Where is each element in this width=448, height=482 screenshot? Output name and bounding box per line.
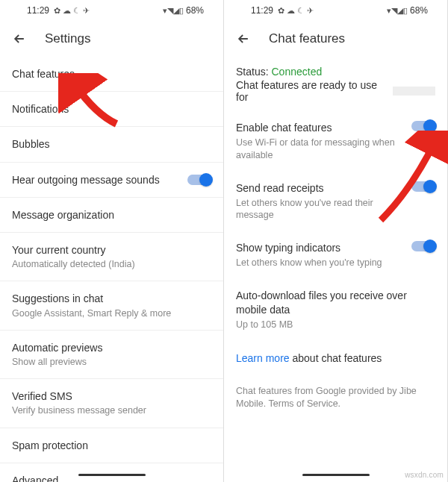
appbar: Settings bbox=[0, 21, 223, 57]
row-automatic-previews[interactable]: Automatic previewsShow all previews bbox=[0, 331, 223, 379]
footer-note: Chat features from Google provided by Ji… bbox=[224, 375, 447, 422]
row-title: Enable chat features bbox=[236, 121, 401, 135]
toggle-typing-indicators[interactable] bbox=[411, 241, 435, 251]
row-sub: Let others know you've read their messag… bbox=[236, 197, 401, 222]
status-battery: 68% bbox=[186, 5, 204, 16]
row-sub: Use Wi-Fi or data for messaging when ava… bbox=[236, 137, 401, 162]
row-title: Chat features bbox=[12, 67, 211, 81]
row-sub: Google Assistant, Smart Reply & more bbox=[12, 307, 211, 319]
row-title: Message organization bbox=[12, 208, 211, 222]
settings-list: Chat features Notifications Bubbles Hear… bbox=[0, 57, 223, 482]
row-title: Notifications bbox=[12, 102, 211, 116]
appbar: Chat features bbox=[224, 21, 447, 57]
row-spam-protection[interactable]: Spam protection bbox=[0, 428, 223, 463]
redacted-phone-number bbox=[393, 87, 435, 96]
status-ready-text: Chat features are ready to use for bbox=[236, 79, 390, 103]
row-auto-download[interactable]: Auto-download files you receive over mob… bbox=[224, 280, 447, 342]
row-chat-features[interactable]: Chat features bbox=[0, 57, 223, 92]
row-bubbles[interactable]: Bubbles bbox=[0, 127, 223, 162]
row-title: Verified SMS bbox=[12, 389, 211, 403]
row-title: Suggestions in chat bbox=[12, 292, 211, 305]
row-sub: Let others know when you're typing bbox=[236, 257, 401, 269]
row-message-organization[interactable]: Message organization bbox=[0, 198, 223, 233]
toggle-enable-chat[interactable] bbox=[411, 121, 435, 131]
status-time: 11:29 bbox=[27, 5, 49, 16]
row-sub: Show all previews bbox=[12, 356, 211, 368]
learn-more-line: Learn more about chat features bbox=[224, 342, 447, 375]
back-icon[interactable] bbox=[12, 31, 27, 46]
row-sub: Up to 105 MB bbox=[236, 319, 435, 331]
status-wifi-icon: ▾◥◢▯ bbox=[163, 6, 184, 16]
status-time: 11:29 bbox=[251, 5, 273, 16]
statusbar: 11:29 ✿ ☁ ☾ ✈ ▾◥◢▯ 68% bbox=[224, 0, 447, 21]
row-notifications[interactable]: Notifications bbox=[0, 92, 223, 127]
row-outgoing-sounds[interactable]: Hear outgoing message sounds bbox=[0, 163, 223, 198]
row-read-receipts[interactable]: Send read receiptsLet others know you've… bbox=[224, 172, 447, 233]
status-wifi-icon: ▾◥◢▯ bbox=[387, 6, 408, 16]
gesture-navbar[interactable] bbox=[0, 467, 223, 482]
status-notif-icons: ✿ ☁ ☾ ✈ bbox=[278, 6, 314, 16]
learn-more-rest: about chat features bbox=[290, 352, 382, 364]
row-title: Spam protection bbox=[12, 439, 211, 452]
page-title: Settings bbox=[45, 31, 90, 46]
row-title: Auto-download files you receive over mob… bbox=[236, 289, 435, 317]
status-block: Status: Connected Chat features are read… bbox=[224, 57, 447, 112]
phone-left: 11:29 ✿ ☁ ☾ ✈ ▾◥◢▯ 68% Settings Chat fea… bbox=[0, 0, 224, 482]
page-title: Chat features bbox=[269, 31, 345, 46]
learn-more-link[interactable]: Learn more bbox=[236, 352, 290, 364]
back-icon[interactable] bbox=[236, 31, 251, 46]
row-title: Send read receipts bbox=[236, 181, 401, 195]
row-title: Automatic previews bbox=[12, 341, 211, 354]
statusbar: 11:29 ✿ ☁ ☾ ✈ ▾◥◢▯ 68% bbox=[0, 0, 223, 21]
phone-right: 11:29 ✿ ☁ ☾ ✈ ▾◥◢▯ 68% Chat features Sta… bbox=[224, 0, 448, 482]
toggle-read-receipts[interactable] bbox=[411, 181, 435, 192]
row-title: Your current country bbox=[12, 243, 211, 257]
status-notif-icons: ✿ ☁ ☾ ✈ bbox=[54, 6, 90, 16]
status-battery: 68% bbox=[410, 5, 428, 16]
row-typing-indicators[interactable]: Show typing indicatorsLet others know wh… bbox=[224, 232, 447, 280]
row-title: Bubbles bbox=[12, 137, 211, 151]
row-sub: Verify business message sender bbox=[12, 404, 211, 416]
row-title: Show typing indicators bbox=[236, 241, 401, 255]
row-suggestions-chat[interactable]: Suggestions in chatGoogle Assistant, Sma… bbox=[0, 281, 223, 330]
status-value: Connected bbox=[271, 66, 322, 78]
row-sub: Automatically detected (India) bbox=[12, 258, 211, 270]
row-enable-chat-features[interactable]: Enable chat featuresUse Wi-Fi or data fo… bbox=[224, 112, 447, 172]
row-title: Hear outgoing message sounds bbox=[12, 173, 178, 187]
watermark: wsxdn.com bbox=[405, 471, 444, 479]
row-current-country[interactable]: Your current countryAutomatically detect… bbox=[0, 233, 223, 281]
status-label: Status: bbox=[236, 66, 269, 78]
toggle-outgoing-sounds[interactable] bbox=[187, 175, 211, 185]
row-verified-sms[interactable]: Verified SMSVerify business message send… bbox=[0, 379, 223, 428]
